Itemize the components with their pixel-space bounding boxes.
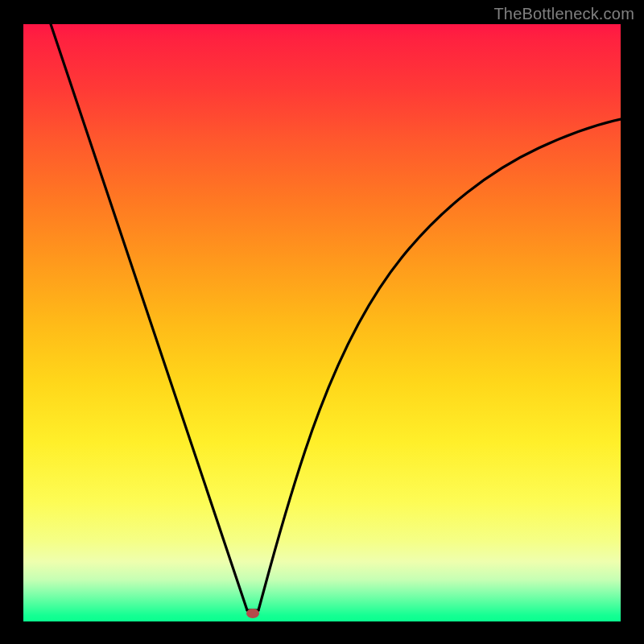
plot-gradient-background xyxy=(23,24,621,621)
plot-svg xyxy=(23,24,621,621)
watermark-label: TheBottleneck.com xyxy=(493,5,634,23)
valley-marker-icon xyxy=(246,609,259,618)
plot-area xyxy=(23,24,621,621)
curve-left-branch xyxy=(51,24,247,610)
chart-stage: TheBottleneck.com xyxy=(0,0,644,644)
curve-right-branch xyxy=(258,119,621,610)
